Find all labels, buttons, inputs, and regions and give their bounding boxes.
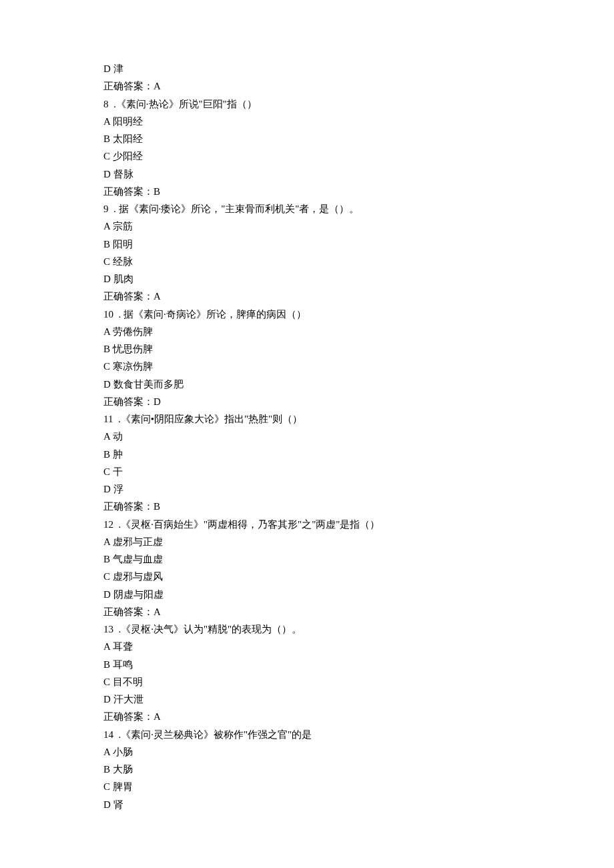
q10-option-a: A 劳倦伤脾 [103, 323, 521, 340]
q12-stem: 12 .《灵枢·百病始生》"两虚相得，乃客其形"之"两虚"是指（） [103, 516, 521, 533]
q8-answer: 正确答案：B [103, 183, 521, 200]
q8-option-b: B 太阳经 [103, 130, 521, 147]
q8-stem: 8 .《素问·热论》所说"巨阳"指（） [103, 95, 521, 113]
q12-option-b: B 气虚与血虚 [103, 550, 521, 568]
q9-option-b: B 阳明 [103, 236, 521, 253]
q13-option-b: B 耳鸣 [103, 656, 521, 673]
q9-answer: 正确答案：A [103, 288, 521, 305]
q11-option-c: C 干 [103, 463, 521, 480]
q10-stem: 10 . 据《素问·奇病论》所论，脾瘅的病因（） [103, 306, 521, 323]
q10-option-c: C 寒凉伤脾 [103, 358, 521, 375]
q11-answer: 正确答案：B [103, 498, 521, 515]
q13-answer: 正确答案：A [103, 708, 521, 725]
q9-option-d: D 肌肉 [103, 270, 521, 288]
q8-option-d: D 督脉 [103, 165, 521, 183]
q7-option-d: D 津 [103, 60, 521, 77]
q9-option-a: A 宗筋 [103, 218, 521, 235]
q7-answer: 正确答案：A [103, 77, 521, 95]
q12-answer: 正确答案：A [103, 603, 521, 620]
q9-stem: 9 . 据《素问·痿论》所论，"主束骨而利机关"者，是（）。 [103, 200, 521, 218]
q10-answer: 正确答案：D [103, 393, 521, 410]
q10-option-b: B 忧思伤脾 [103, 340, 521, 358]
q12-option-c: C 虚邪与虚风 [103, 568, 521, 585]
q10-option-d: D 数食甘美而多肥 [103, 376, 521, 393]
document-page: D 津 正确答案：A 8 .《素问·热论》所说"巨阳"指（） A 阳明经 B 太… [0, 0, 614, 840]
q11-option-b: B 肿 [103, 446, 521, 463]
q11-option-a: A 动 [103, 428, 521, 445]
q12-option-a: A 虚邪与正虚 [103, 533, 521, 550]
q14-option-b: B 大肠 [103, 761, 521, 778]
q14-option-c: C 脾胃 [103, 778, 521, 795]
q13-stem: 13 .《灵枢·决气》认为"精脱"的表现为（）。 [103, 620, 521, 638]
q9-option-c: C 经脉 [103, 253, 521, 270]
q13-option-c: C 目不明 [103, 673, 521, 691]
q14-stem: 14 .《素问·灵兰秘典论》被称作"作强之官"的是 [103, 726, 521, 743]
q13-option-a: A 耳聋 [103, 638, 521, 655]
q12-option-d: D 阴虚与阳虚 [103, 586, 521, 603]
q8-option-c: C 少阳经 [103, 147, 521, 165]
q14-option-a: A 小肠 [103, 743, 521, 761]
q13-option-d: D 汗大泄 [103, 691, 521, 708]
q8-option-a: A 阳明经 [103, 113, 521, 130]
q11-option-d: D 浮 [103, 480, 521, 498]
q14-option-d: D 肾 [103, 796, 521, 813]
q11-stem: 11 .《素问•阴阳应象大论》指出"热胜"则（） [103, 410, 521, 428]
